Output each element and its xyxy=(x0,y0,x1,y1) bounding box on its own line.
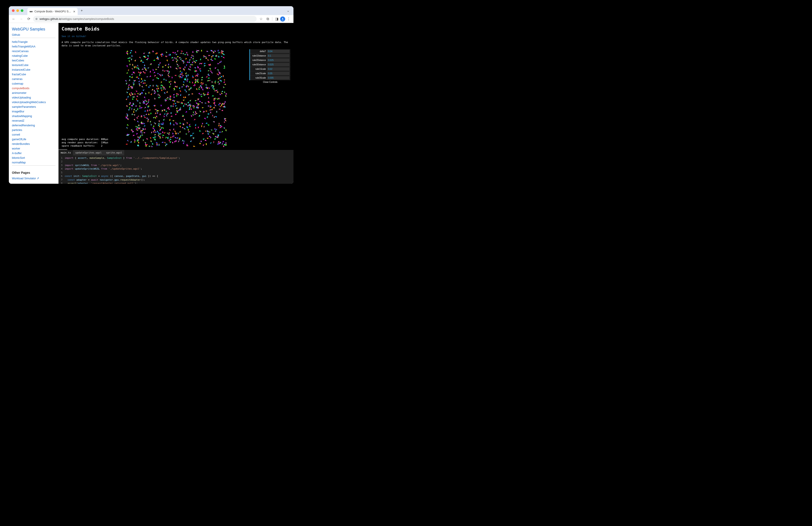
sample-link-renderBundles[interactable]: renderBundles xyxy=(12,142,30,145)
svg-marker-532 xyxy=(145,117,148,119)
svg-marker-377 xyxy=(130,58,132,61)
svg-marker-809 xyxy=(148,86,150,88)
sample-link-shadowMapping[interactable]: shadowMapping xyxy=(12,115,32,118)
sample-link-samplerParameters[interactable]: samplerParameters xyxy=(12,105,36,109)
gui-row-rule2Scale: rule2Scale0.05 xyxy=(250,71,290,76)
sample-link-imageBlur[interactable]: imageBlur xyxy=(12,110,24,113)
svg-marker-785 xyxy=(185,77,186,79)
sample-link-particles[interactable]: particles xyxy=(12,129,22,132)
code-line: 4import updateSpritesWGSL from './update… xyxy=(58,167,293,171)
svg-marker-791 xyxy=(135,105,136,106)
reload-button[interactable]: ⟳ xyxy=(26,16,32,22)
sample-link-helloTriangle[interactable]: helloTriangle xyxy=(12,40,28,43)
svg-marker-119 xyxy=(133,108,135,110)
svg-marker-529 xyxy=(141,132,143,134)
sample-link-cameras[interactable]: cameras xyxy=(12,77,23,81)
svg-marker-481 xyxy=(127,124,129,126)
forward-button[interactable]: → xyxy=(18,16,24,22)
sample-link-bitonicSort[interactable]: bitonicSort xyxy=(12,156,25,159)
sample-link-gameOfLife[interactable]: gameOfLife xyxy=(12,138,26,141)
back-button[interactable]: ← xyxy=(11,16,17,22)
svg-marker-141 xyxy=(126,98,128,100)
svg-marker-449 xyxy=(200,95,202,97)
gui-value-input[interactable]: 0.02 xyxy=(267,67,290,71)
svg-marker-336 xyxy=(191,93,193,95)
gui-value-input[interactable]: 0.04 xyxy=(267,50,290,53)
svg-marker-668 xyxy=(177,56,179,57)
sample-link-helloTriangleMSAA[interactable]: helloTriangleMSAA xyxy=(12,45,35,48)
page-title: Compute Boids xyxy=(61,26,290,32)
svg-marker-498 xyxy=(130,87,133,89)
svg-marker-371 xyxy=(216,98,218,100)
sample-link-animometer[interactable]: animometer xyxy=(12,91,27,95)
code-tab-sprite-wgsl[interactable]: sprite.wgsl xyxy=(104,150,125,155)
close-tab-icon[interactable]: ✕ xyxy=(73,10,75,13)
site-settings-icon[interactable]: ⚙ xyxy=(35,17,38,20)
sample-link-videoUploadingWebCodecs[interactable]: videoUploadingWebCodecs xyxy=(12,101,46,104)
svg-marker-51 xyxy=(197,78,199,81)
svg-marker-782 xyxy=(150,123,152,125)
sample-link-fractalCube[interactable]: fractalCube xyxy=(12,73,26,76)
svg-marker-820 xyxy=(131,68,133,70)
gui-value-input[interactable]: 0.1 xyxy=(267,54,290,57)
svg-marker-855 xyxy=(219,105,221,107)
browser-window: ▾▾ Compute Boids - WebGPU S… ✕ + ⌄ ← → ⟳… xyxy=(9,6,293,184)
new-tab-button[interactable]: + xyxy=(79,8,85,13)
svg-marker-61 xyxy=(207,77,209,79)
sample-link-texturedCube[interactable]: texturedCube xyxy=(12,63,28,67)
svg-marker-678 xyxy=(195,100,197,101)
maximize-window-button[interactable] xyxy=(21,9,24,12)
close-window-button[interactable] xyxy=(12,9,15,12)
sample-link-rotatingCube[interactable]: rotatingCube xyxy=(12,54,28,57)
svg-marker-557 xyxy=(205,102,207,104)
code-body[interactable]: 1import { assert, makeSample, SampleInit… xyxy=(58,155,293,184)
gui-label: rule3Distance xyxy=(250,63,267,66)
minimize-window-button[interactable] xyxy=(16,9,19,12)
gui-value-input[interactable]: 0.025 xyxy=(267,63,290,66)
svg-marker-174 xyxy=(176,122,178,125)
browser-tab[interactable]: ▾▾ Compute Boids - WebGPU S… ✕ xyxy=(27,8,78,15)
extensions-icon[interactable]: ⧉ xyxy=(264,16,271,22)
code-tab-updateSprites-wgsl[interactable]: updateSprites.wgsl xyxy=(73,150,104,155)
sample-link-normalMap[interactable]: normalMap xyxy=(12,161,26,164)
svg-marker-129 xyxy=(168,67,169,69)
svg-marker-523 xyxy=(165,137,167,139)
svg-marker-802 xyxy=(176,137,178,139)
code-tab-main-ts[interactable]: main.ts xyxy=(58,150,73,155)
svg-marker-868 xyxy=(205,143,207,145)
svg-marker-56 xyxy=(183,142,185,144)
gui-value-input[interactable]: 0.05 xyxy=(267,72,290,75)
see-on-github-link[interactable]: See it on Github! xyxy=(61,35,87,38)
other-page-link[interactable]: Workload Simulator ↗ xyxy=(12,177,39,180)
close-controls-button[interactable]: Close Controls xyxy=(249,80,290,84)
sample-link-deferredRendering[interactable]: deferredRendering xyxy=(12,124,35,127)
sample-link-twoCubes[interactable]: twoCubes xyxy=(12,59,24,62)
svg-marker-6 xyxy=(129,102,131,103)
menu-icon[interactable]: ⋮ xyxy=(286,16,292,22)
tab-list-button[interactable]: ⌄ xyxy=(286,8,291,13)
sample-link-reversedZ[interactable]: reversedZ xyxy=(12,119,24,122)
gui-value-input[interactable]: 0.025 xyxy=(267,58,290,62)
side-panel-icon[interactable]: ◨ xyxy=(274,16,280,22)
svg-marker-656 xyxy=(220,75,222,77)
sample-link-A-buffer[interactable]: A-buffer xyxy=(12,152,21,155)
sample-link-cubemap[interactable]: cubemap xyxy=(12,82,23,85)
svg-marker-535 xyxy=(139,105,141,106)
svg-marker-541 xyxy=(224,119,227,122)
svg-marker-171 xyxy=(201,49,202,52)
sidebar-github-link[interactable]: Github xyxy=(12,33,55,37)
sample-link-cornell[interactable]: cornell xyxy=(12,133,20,136)
svg-marker-689 xyxy=(213,50,216,52)
svg-marker-258 xyxy=(127,95,129,98)
sample-link-videoUploading[interactable]: videoUploading xyxy=(12,96,31,99)
sample-link-worker[interactable]: worker xyxy=(12,147,20,150)
sample-link-resizeCanvas[interactable]: resizeCanvas xyxy=(12,50,29,53)
sample-link-computeBoids[interactable]: computeBoids xyxy=(12,87,29,90)
svg-marker-380 xyxy=(221,90,223,93)
profile-avatar[interactable] xyxy=(280,17,285,22)
bookmark-icon[interactable]: ☆ xyxy=(258,16,264,22)
gui-value-input[interactable]: 0.005 xyxy=(267,76,290,80)
svg-marker-206 xyxy=(193,118,195,121)
address-bar[interactable]: ⚙ webgpu.github.io/webgpu-samples/sample… xyxy=(33,16,257,22)
sample-link-instancedCube[interactable]: instancedCube xyxy=(12,68,30,71)
